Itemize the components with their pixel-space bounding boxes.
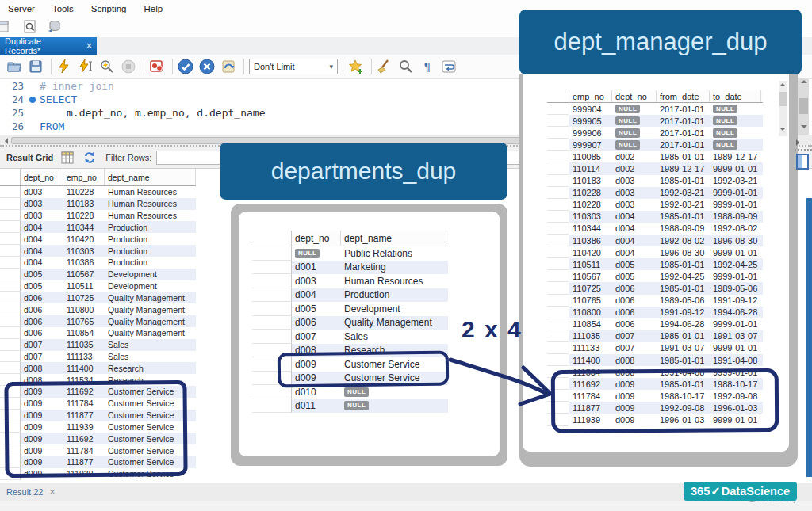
- splitter-handle[interactable]: [795, 149, 812, 151]
- table-cell[interactable]: Quality Management: [105, 327, 196, 339]
- row-selector[interactable]: [0, 186, 21, 198]
- table-cell[interactable]: 110228: [63, 186, 105, 198]
- table-cell[interactable]: Production: [105, 233, 196, 245]
- table-cell[interactable]: 110420: [63, 233, 105, 245]
- scroll-up-icon[interactable]: [801, 80, 807, 83]
- table-cell[interactable]: 111133: [63, 351, 105, 363]
- table-row[interactable]: d008111400Research: [0, 362, 196, 374]
- row-selector[interactable]: [0, 280, 21, 292]
- menu-item-scripting[interactable]: Scripting: [88, 2, 130, 15]
- table-cell[interactable]: Production: [105, 245, 196, 257]
- limit-rows-select[interactable]: Don't Limit ▾: [249, 59, 338, 74]
- table-cell[interactable]: 111035: [63, 339, 105, 351]
- beautify-icon[interactable]: [377, 59, 393, 74]
- row-selector[interactable]: [0, 303, 21, 315]
- table-cell[interactable]: d006: [21, 303, 63, 315]
- tab-close-icon[interactable]: ×: [86, 40, 92, 51]
- table-cell[interactable]: 111400: [63, 362, 105, 374]
- result-tab-close-icon[interactable]: ×: [49, 486, 55, 498]
- table-cell[interactable]: 110303: [63, 245, 105, 257]
- execute-icon[interactable]: [56, 59, 72, 74]
- table-cell[interactable]: d006: [21, 292, 63, 303]
- show-invisibles-icon[interactable]: ¶: [419, 59, 435, 74]
- table-row[interactable]: d005110511Development: [0, 280, 196, 292]
- sidebar-toggle-icon[interactable]: [796, 154, 809, 170]
- table-cell[interactable]: Human Resources: [105, 210, 196, 222]
- vscroll-thumb[interactable]: [799, 98, 808, 114]
- row-selector[interactable]: [0, 315, 21, 327]
- row-selector[interactable]: [0, 351, 21, 363]
- table-cell[interactable]: d005: [21, 280, 63, 292]
- table-cell[interactable]: d003: [21, 198, 63, 210]
- table-row[interactable]: d004110344Production: [0, 221, 196, 233]
- menu-item-help[interactable]: Help: [140, 2, 166, 15]
- save-icon[interactable]: [28, 59, 44, 74]
- scroll-down-icon[interactable]: [801, 125, 807, 128]
- table-cell[interactable]: d004: [21, 233, 63, 245]
- row-selector[interactable]: [0, 257, 21, 269]
- explain-icon[interactable]: [99, 59, 115, 74]
- table-row[interactable]: d006110800Quality Management: [0, 303, 196, 315]
- open-script-icon[interactable]: [23, 20, 39, 34]
- rollback-icon[interactable]: [199, 59, 215, 74]
- table-row[interactable]: d006110765Quality Management: [0, 315, 196, 327]
- scroll-left-icon[interactable]: [2, 138, 8, 144]
- column-header-dept_no[interactable]: dept_no: [21, 169, 63, 185]
- table-cell[interactable]: 110567: [63, 269, 105, 280]
- table-row[interactable]: d003110228Human Resources: [0, 186, 196, 198]
- table-cell[interactable]: d004: [21, 221, 63, 233]
- row-selector[interactable]: [0, 292, 21, 303]
- table-cell[interactable]: Production: [105, 221, 196, 233]
- table-cell[interactable]: Quality Management: [105, 292, 196, 303]
- table-cell[interactable]: 110765: [63, 315, 105, 327]
- table-row[interactable]: d003110228Human Resources: [0, 210, 196, 222]
- save-snippet-icon[interactable]: [348, 59, 364, 74]
- table-cell[interactable]: Development: [105, 269, 196, 280]
- row-selector[interactable]: [0, 327, 21, 339]
- table-cell[interactable]: 110800: [63, 303, 105, 315]
- row-selector[interactable]: [0, 198, 21, 210]
- table-cell[interactable]: Human Resources: [105, 186, 196, 198]
- refresh-icon[interactable]: [82, 151, 97, 165]
- table-cell[interactable]: 110183: [63, 198, 105, 210]
- table-cell[interactable]: d004: [21, 245, 63, 257]
- table-row[interactable]: d004110420Production: [0, 233, 196, 245]
- table-cell[interactable]: Quality Management: [105, 303, 196, 315]
- table-cell[interactable]: 110386: [63, 257, 105, 269]
- table-cell[interactable]: d003: [21, 186, 63, 198]
- table-row[interactable]: d004110386Production: [0, 257, 196, 269]
- table-cell[interactable]: d003: [21, 210, 63, 222]
- open-file-icon[interactable]: [6, 59, 22, 74]
- table-row[interactable]: d006110854Quality Management: [0, 327, 196, 339]
- grid-view-icon[interactable]: [61, 151, 75, 165]
- table-cell[interactable]: 110854: [63, 327, 105, 339]
- tab-duplicate-records[interactable]: Duplicate Records* ×: [0, 37, 97, 55]
- toggle-stop-on-error-icon[interactable]: [149, 59, 165, 74]
- table-row[interactable]: d007111133Sales: [0, 351, 196, 363]
- table-cell[interactable]: 110344: [63, 221, 105, 233]
- menu-item-server[interactable]: Server: [5, 2, 38, 15]
- row-selector[interactable]: [0, 221, 21, 233]
- table-cell[interactable]: Sales: [105, 351, 196, 363]
- wrap-text-icon[interactable]: [441, 59, 457, 74]
- table-row[interactable]: d007111035Sales: [0, 339, 196, 351]
- table-cell[interactable]: Research: [105, 362, 196, 374]
- table-cell[interactable]: Production: [105, 257, 196, 269]
- row-selector[interactable]: [0, 233, 21, 245]
- table-row[interactable]: d005110567Development: [0, 269, 196, 280]
- column-header-emp_no[interactable]: emp_no: [63, 169, 105, 185]
- row-selector[interactable]: [0, 339, 21, 351]
- row-selector[interactable]: [0, 362, 21, 374]
- table-row[interactable]: d006110725Quality Management: [0, 292, 196, 303]
- table-cell[interactable]: d008: [21, 362, 63, 374]
- table-cell[interactable]: 110511: [63, 280, 105, 292]
- table-row[interactable]: d003110183Human Resources: [0, 198, 196, 210]
- table-cell[interactable]: d004: [21, 257, 63, 269]
- menu-item-tools[interactable]: Tools: [49, 2, 77, 15]
- table-cell[interactable]: Quality Management: [105, 315, 196, 327]
- table-cell[interactable]: 110228: [63, 210, 105, 222]
- table-cell[interactable]: 110725: [63, 292, 105, 303]
- find-icon[interactable]: [398, 59, 414, 74]
- table-cell[interactable]: Development: [105, 280, 196, 292]
- create-schema-icon[interactable]: [46, 20, 62, 34]
